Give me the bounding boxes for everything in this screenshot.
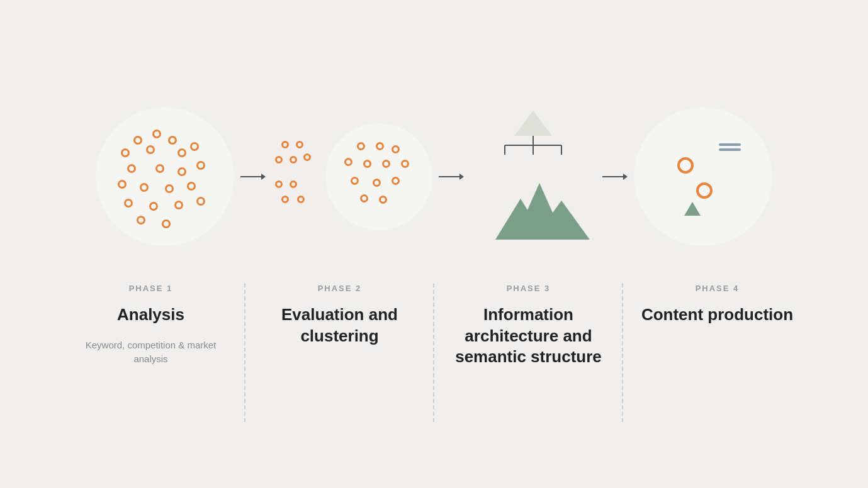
phase2-title: Evaluation and clustering bbox=[258, 304, 422, 347]
dot bbox=[281, 141, 289, 148]
arrow2 bbox=[432, 170, 470, 183]
lines-icon bbox=[719, 142, 741, 152]
phase1-visual bbox=[96, 108, 234, 246]
phase3-container bbox=[470, 108, 596, 246]
dot bbox=[379, 196, 387, 204]
phase2-label: PHASE 2 bbox=[318, 284, 362, 293]
phase4-icons bbox=[659, 133, 747, 221]
dot bbox=[297, 196, 305, 203]
dot bbox=[174, 201, 183, 209]
dot bbox=[165, 184, 174, 193]
dot bbox=[140, 183, 149, 192]
phase4-text: PHASE 4 Content production bbox=[623, 284, 812, 338]
dot bbox=[357, 142, 365, 150]
dot bbox=[382, 160, 390, 168]
dot bbox=[373, 179, 381, 187]
arrow3 bbox=[596, 170, 634, 183]
phase4-circle bbox=[634, 108, 772, 246]
phase3-text: PHASE 3 Information architecture and sem… bbox=[434, 284, 623, 380]
green-triangle bbox=[683, 201, 702, 217]
phase4-label: PHASE 4 bbox=[696, 284, 740, 293]
dot bbox=[275, 180, 283, 188]
dot bbox=[178, 167, 186, 176]
phase2-visual bbox=[272, 123, 432, 230]
dot bbox=[363, 160, 371, 168]
mountains bbox=[470, 170, 596, 246]
dot bbox=[168, 136, 177, 145]
dot bbox=[127, 164, 136, 173]
svg-marker-3 bbox=[459, 174, 464, 180]
phase3-title: Information architecture and semantic st… bbox=[447, 304, 611, 368]
dot bbox=[155, 164, 164, 173]
dot bbox=[401, 160, 409, 168]
dot bbox=[149, 202, 158, 211]
phase1-description: Keyword, competition & market analysis bbox=[69, 338, 233, 367]
phase4-title: Content production bbox=[641, 304, 793, 326]
dot bbox=[137, 216, 145, 225]
dot bbox=[290, 180, 297, 188]
arrow1 bbox=[234, 170, 272, 183]
dot bbox=[351, 177, 359, 185]
phase1-label: PHASE 1 bbox=[129, 284, 173, 293]
main-container: PHASE 1 Analysis Keyword, competition & … bbox=[57, 108, 812, 380]
svg-marker-4 bbox=[514, 111, 552, 136]
phase2-text: PHASE 2 Evaluation and clustering bbox=[245, 284, 434, 360]
mountains-svg bbox=[470, 170, 596, 246]
text-row: PHASE 1 Analysis Keyword, competition & … bbox=[57, 284, 812, 380]
phase1-title: Analysis bbox=[117, 304, 184, 326]
dot bbox=[360, 194, 368, 202]
hierarchy-tree bbox=[470, 108, 596, 170]
dot bbox=[290, 156, 297, 164]
phase4-visual bbox=[634, 108, 772, 246]
svg-point-18 bbox=[697, 184, 711, 197]
svg-marker-19 bbox=[684, 202, 701, 216]
svg-rect-15 bbox=[719, 143, 741, 146]
dot bbox=[124, 199, 133, 208]
dot bbox=[196, 197, 205, 206]
dot bbox=[281, 196, 289, 203]
dot bbox=[196, 161, 205, 170]
dot bbox=[121, 148, 130, 157]
dot bbox=[152, 130, 161, 138]
svg-marker-14 bbox=[623, 174, 628, 180]
svg-rect-16 bbox=[719, 148, 741, 151]
phase3-label: PHASE 3 bbox=[507, 284, 551, 293]
dot bbox=[392, 145, 400, 153]
phase1-dots bbox=[115, 126, 215, 227]
dot bbox=[275, 156, 283, 164]
dot bbox=[146, 145, 155, 154]
dot bbox=[133, 136, 142, 145]
dot bbox=[178, 148, 186, 157]
orange-circle-bottom bbox=[696, 182, 713, 199]
svg-marker-1 bbox=[261, 174, 266, 180]
dot bbox=[162, 219, 171, 228]
dot bbox=[190, 142, 199, 151]
visuals-row bbox=[57, 108, 812, 246]
phase2-circle bbox=[325, 123, 432, 230]
dot bbox=[303, 153, 311, 161]
dot bbox=[344, 158, 352, 166]
orange-circle-top bbox=[677, 157, 694, 174]
phase1-circle bbox=[96, 108, 234, 246]
dot bbox=[376, 142, 384, 150]
dot bbox=[187, 182, 196, 191]
phase3-visual bbox=[470, 108, 596, 246]
dot bbox=[392, 177, 400, 185]
dot bbox=[118, 180, 127, 189]
phase1-text: PHASE 1 Analysis Keyword, competition & … bbox=[57, 284, 245, 367]
dot bbox=[296, 141, 303, 148]
svg-point-17 bbox=[679, 158, 692, 172]
